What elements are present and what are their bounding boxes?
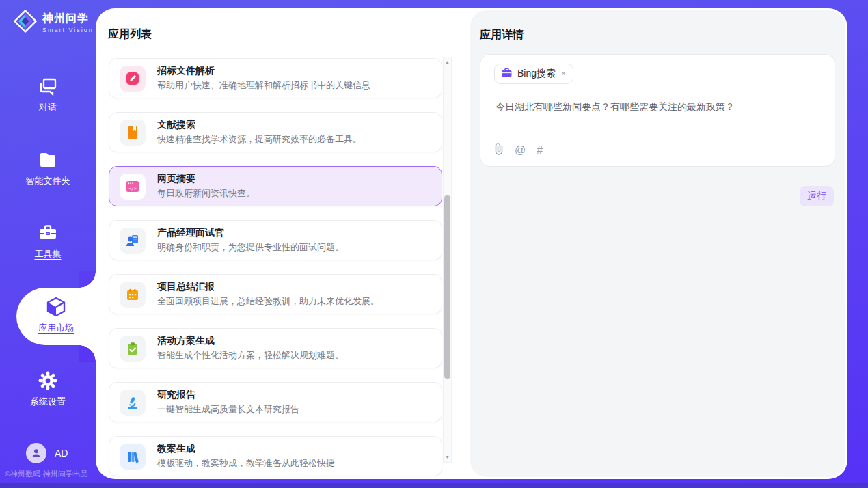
app-card-title: 招标文件解析 <box>157 65 370 77</box>
app-card-title: 文献搜索 <box>157 119 362 131</box>
scroll-up-icon[interactable]: ▲ <box>444 57 451 67</box>
app-card-bid-parse[interactable]: 招标文件解析 帮助用户快速、准确地理解和解析招标书中的关键信息 <box>109 58 442 98</box>
tool-chip-bing-search[interactable]: Bing搜索 × <box>494 64 573 84</box>
interviewer-icon <box>120 228 146 254</box>
query-input[interactable]: 今日湖北有哪些新闻要点？有哪些需要关注的最新政策？ <box>496 101 821 113</box>
paperclip-icon[interactable] <box>494 143 504 158</box>
sidebar-item-chat[interactable]: 对话 <box>0 76 96 113</box>
prompt-input-card[interactable]: Bing搜索 × 今日湖北有哪些新闻要点？有哪些需要关注的最新政策？ @ # <box>480 54 835 167</box>
calendar-icon <box>120 282 146 308</box>
app-card-desc: 快速精准查找学术资源，提高研究效率的必备工具。 <box>157 133 362 146</box>
attachment-toolbar: @ # <box>494 143 543 158</box>
folder-icon <box>38 150 58 170</box>
app-card-title: 教案生成 <box>157 443 335 455</box>
app-card-desc: 智能生成个性化活动方案，轻松解决规划难题。 <box>157 349 344 362</box>
app-card-title: 产品经理面试官 <box>157 227 344 239</box>
app-card-event-plan[interactable]: 活动方案生成 智能生成个性化活动方案，轻松解决规划难题。 <box>109 328 442 368</box>
run-button[interactable]: 运行 <box>800 186 834 206</box>
toolbox-icon <box>38 223 58 243</box>
sidebar-item-settings[interactable]: 系统设置 <box>0 370 96 408</box>
app-card-desc: 每日政府新闻资讯快查。 <box>157 187 255 200</box>
app-card-desc: 明确身份和职责，为您提供专业性的面试问题。 <box>157 241 344 254</box>
microscope-icon <box>120 390 146 416</box>
app-card-desc: 全面回顾项目进展，总结经验教训，助力未来优化发展。 <box>157 295 379 308</box>
chat-icon <box>38 76 58 96</box>
app-list-scrollbar[interactable]: ▲ ▼ <box>443 57 452 463</box>
app-card-desc: 模板驱动，教案秒成，教学准备从此轻松快捷 <box>157 457 335 470</box>
sidebar-item-label: 系统设置 <box>30 396 66 407</box>
app-card-title: 网页摘要 <box>157 173 255 185</box>
sidebar-item-label: 工具集 <box>35 249 62 259</box>
app-card-pm-interviewer[interactable]: 产品经理面试官 明确身份和职责，为您提供专业性的面试问题。 <box>109 220 442 260</box>
copyright-footer: ©神州数码·神州问学出品 <box>5 469 88 479</box>
app-card-title: 研究报告 <box>157 389 299 401</box>
close-icon[interactable]: × <box>560 69 567 79</box>
app-card-literature-search[interactable]: 文献搜索 快速精准查找学术资源，提高研究效率的必备工具。 <box>109 112 442 152</box>
user-initials: AD <box>55 448 68 459</box>
gear-icon <box>38 370 58 391</box>
app-card-project-summary[interactable]: 项目总结汇报 全面回顾项目进展，总结经验教训，助力未来优化发展。 <box>109 274 442 314</box>
clipboard-check-icon <box>120 336 146 362</box>
app-card-desc: 帮助用户快速、准确地理解和解析招标书中的关键信息 <box>157 79 370 92</box>
sidebar-item-toolbox[interactable]: 工具集 <box>0 223 96 260</box>
app-card-lesson-plan[interactable]: 教案生成 模板驱动，教案秒成，教学准备从此轻松快捷 <box>109 436 442 476</box>
app-card-research-report[interactable]: 研究报告 一键智能生成高质量长文本研究报告 <box>109 382 442 422</box>
avatar <box>26 443 46 463</box>
cube-icon <box>45 296 67 318</box>
book-icon <box>120 120 146 146</box>
sidebar-item-label: 对话 <box>39 102 57 112</box>
tool-chip-label: Bing搜索 <box>517 68 556 80</box>
brand-name: 神州问学 <box>42 12 94 26</box>
edit-document-icon <box>120 66 146 92</box>
app-detail-panel: 应用详情 Bing搜索 × 今日湖北有哪些新闻要点？有哪些需要关注的最新政策？ <box>470 10 845 477</box>
gem-logo-icon <box>14 10 37 36</box>
bottom-edge-strip <box>0 483 868 488</box>
svg-text:</>: </> <box>128 185 137 191</box>
books-icon <box>120 444 146 470</box>
at-icon[interactable]: @ <box>515 144 526 157</box>
app-card-title: 活动方案生成 <box>157 335 344 347</box>
brand-logo[interactable]: 神州问学 Smart Vision <box>14 10 94 36</box>
sidebar-item-smart-folder[interactable]: 智能文件夹 <box>0 150 96 187</box>
sidebar: 神州问学 Smart Vision 对话 智能文件夹 <box>0 0 96 488</box>
scroll-down-icon[interactable]: ▼ <box>444 452 451 462</box>
web-code-icon: </> <box>120 174 146 200</box>
briefcase-icon <box>501 67 513 81</box>
app-card-desc: 一键智能生成高质量长文本研究报告 <box>157 403 299 416</box>
sidebar-item-label: 智能文件夹 <box>26 176 70 186</box>
app-card-title: 项目总结汇报 <box>157 281 379 293</box>
app-detail-title: 应用详情 <box>480 28 524 42</box>
sidebar-item-app-market[interactable]: 应用市场 <box>16 288 96 345</box>
app-list: 招标文件解析 帮助用户快速、准确地理解和解析招标书中的关键信息 文献搜索 快速精… <box>109 58 442 476</box>
hash-icon[interactable]: # <box>537 144 543 157</box>
sidebar-item-label: 应用市场 <box>38 323 74 333</box>
app-list-title: 应用列表 <box>108 27 152 42</box>
app-card-web-summary[interactable]: </> 网页摘要 每日政府新闻资讯快查。 <box>109 166 442 206</box>
scrollbar-thumb[interactable] <box>444 195 450 379</box>
brand-subtitle: Smart Vision <box>42 27 94 33</box>
user-account[interactable]: AD <box>26 443 68 463</box>
main-content: 应用列表 招标文件解析 帮助用户快速、准确地理解和解析招标书中的关键信息 <box>96 8 847 479</box>
